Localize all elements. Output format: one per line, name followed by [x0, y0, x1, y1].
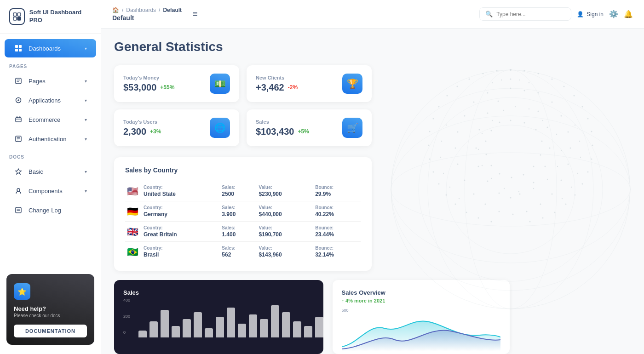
svg-point-104: [524, 122, 525, 124]
sidebar-item-ecommerce[interactable]: Ecommerce ▾: [5, 110, 96, 129]
svg-point-102: [498, 101, 499, 102]
bar: [172, 326, 180, 337]
search-input[interactable]: [496, 11, 565, 17]
svg-point-97: [487, 181, 489, 182]
country-sales-cell: Sales: 1.400: [220, 222, 257, 242]
svg-point-119: [542, 120, 543, 121]
svg-point-58: [429, 159, 431, 160]
stat-change-sales: +5%: [298, 128, 309, 135]
svg-point-120: [556, 134, 557, 135]
svg-point-33: [538, 73, 539, 74]
stat-value-clients: +3,462 -2%: [256, 82, 298, 93]
svg-point-41: [591, 159, 592, 160]
sidebar: Soft UI Dashboard PRO Dashboards ▾ PAGES…: [0, 0, 101, 354]
bar-chart: [138, 303, 323, 339]
table-row: 🇧🇷 Country: Brasil Sales: 562 Value: $14…: [125, 242, 361, 262]
table-row: 🇬🇧 Country: Great Britain Sales: 1.400 V…: [125, 222, 361, 242]
stat-card-clients: New Clients +3,462 -2% 🏆: [247, 65, 372, 102]
docs-section-label: DOCS: [0, 149, 101, 161]
stat-value-money: $53,000 +55%: [123, 82, 174, 93]
svg-rect-12: [16, 118, 21, 122]
svg-point-64: [478, 217, 479, 219]
sidebar-dashboards-label: Dashboards: [29, 45, 61, 52]
country-sales-cell: Sales: 562: [220, 242, 257, 262]
page-title: General Statistics: [114, 40, 631, 54]
svg-rect-2: [13, 17, 17, 20]
sidebar-item-components[interactable]: Components ▾: [5, 182, 96, 200]
svg-point-30: [428, 70, 593, 309]
stat-info-clients: New Clients +3,462 -2%: [256, 75, 298, 93]
svg-point-91: [549, 148, 551, 149]
svg-point-100: [479, 129, 480, 131]
svg-point-123: [547, 179, 548, 180]
svg-point-90: [547, 127, 548, 128]
sidebar-basic-label: Basic: [29, 168, 43, 175]
svg-point-77: [499, 211, 500, 212]
topbar-page-title: Default: [112, 14, 182, 22]
home-icon[interactable]: 🏠: [112, 7, 119, 13]
sidebar-logo: Soft UI Dashboard PRO: [0, 0, 101, 34]
svg-point-43: [582, 183, 583, 185]
svg-point-89: [538, 111, 539, 112]
svg-point-75: [526, 211, 528, 212]
bar: [271, 305, 279, 337]
svg-point-139: [579, 141, 580, 142]
sidebar-item-basic[interactable]: Basic ▾: [5, 162, 96, 181]
stat-info-money: Today's Money $53,000 +55%: [123, 75, 174, 93]
svg-point-92: [545, 166, 546, 167]
svg-point-26: [391, 153, 630, 226]
country-flag: 🇩🇪: [125, 201, 142, 222]
country-value-cell: Value: $190,700: [257, 222, 314, 242]
user-icon: 👤: [577, 11, 584, 17]
svg-point-114: [485, 141, 487, 142]
breadcrumb-dashboards[interactable]: Dashboards: [126, 7, 156, 13]
svg-point-52: [457, 86, 458, 87]
settings-icon[interactable]: ⚙️: [609, 10, 618, 18]
sidebar-item-dashboards[interactable]: Dashboards ▾: [5, 39, 96, 57]
sales-by-country-title: Sales by Country: [125, 166, 361, 174]
chevron-auth-icon: ▾: [85, 137, 87, 142]
country-sales-cell: Sales: 3.900: [220, 201, 257, 222]
svg-point-105: [535, 129, 537, 131]
country-table: 🇺🇸 Country: United State Sales: 2500 Val…: [125, 181, 361, 262]
signin-button[interactable]: 👤 Sign in: [577, 11, 604, 17]
svg-point-25: [446, 125, 575, 254]
topbar-right: 🔍 👤 Sign in ⚙️ 🔔: [479, 7, 633, 21]
stat-icon-sales: 🛒: [342, 118, 362, 138]
svg-point-82: [455, 148, 456, 149]
bar-chart-title: Sales: [123, 289, 314, 296]
topbar: 🏠 / Dashboards / Default Default ≡ 🔍 👤 S…: [101, 0, 644, 29]
svg-point-39: [591, 131, 592, 132]
content-area: General Statistics Today's Money $53,000…: [101, 29, 644, 354]
svg-rect-7: [19, 49, 22, 51]
sidebar-item-applications[interactable]: Applications ▾: [5, 91, 96, 109]
country-bounce-cell: Bounce: 40.22%: [313, 201, 361, 222]
sidebar-item-authentication[interactable]: Authentication ▾: [5, 130, 96, 148]
svg-point-19: [17, 188, 20, 191]
bar: [227, 308, 235, 337]
svg-point-133: [510, 79, 512, 80]
country-name-cell: Country: Germany: [142, 201, 220, 222]
dashboards-icon: [14, 44, 23, 53]
svg-point-48: [529, 221, 531, 223]
sidebar-item-changelog[interactable]: Change Log: [5, 201, 96, 219]
line-chart: 500: [342, 308, 500, 345]
stat-label-users: Today's Users: [123, 119, 161, 125]
svg-point-112: [491, 165, 492, 166]
bar: [216, 317, 224, 337]
basic-icon: [14, 167, 23, 176]
documentation-button[interactable]: DOCUMENTATION: [14, 325, 87, 337]
menu-toggle-button[interactable]: ≡: [193, 9, 198, 19]
svg-point-28: [391, 88, 630, 291]
country-name-cell: Country: Brasil: [142, 242, 220, 262]
sidebar-item-pages[interactable]: Pages ▾: [5, 72, 96, 90]
svg-point-87: [510, 88, 512, 89]
svg-point-73: [552, 194, 553, 195]
notifications-icon[interactable]: 🔔: [624, 10, 633, 18]
bar: [161, 310, 169, 337]
svg-point-143: [562, 198, 563, 199]
svg-point-68: [561, 115, 562, 117]
sidebar-nav: Dashboards ▾ PAGES Pages ▾ Applications …: [0, 34, 101, 269]
svg-point-110: [511, 177, 512, 178]
svg-point-85: [473, 102, 475, 103]
